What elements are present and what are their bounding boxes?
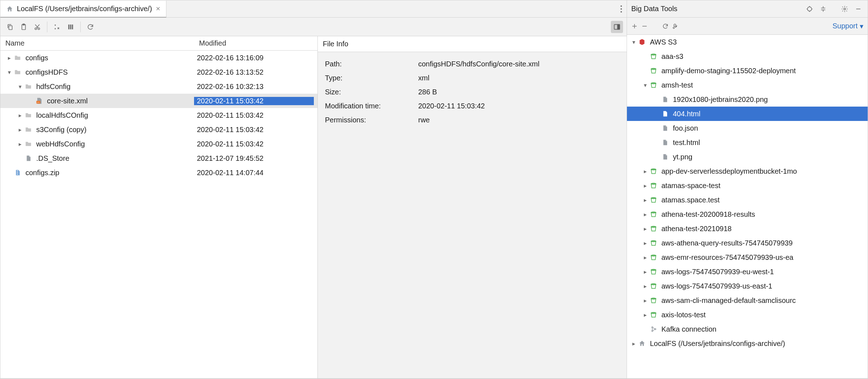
expand-arrow-icon[interactable]: ▸ — [641, 254, 649, 261]
tree-row-modified: 2020-02-11 14:07:44 — [194, 169, 314, 177]
expand-arrow-icon[interactable]: ▸ — [641, 312, 649, 318]
connections-tree[interactable]: ▾AWS S3▸aaa-s3▸amplify-demo-staging-1155… — [627, 35, 868, 378]
connection-row-label: test.html — [673, 139, 700, 147]
expand-arrow-icon[interactable]: ▸ — [641, 182, 649, 189]
tree-row[interactable]: ▸localHdfsCOnfig2020-02-11 15:03:42 — [0, 108, 317, 122]
connection-row-label: athena-test-20200918-results — [661, 210, 755, 219]
refresh-icon[interactable] — [662, 23, 669, 29]
expand-arrow-icon[interactable]: ▸ — [16, 112, 24, 119]
columns-icon[interactable] — [65, 21, 77, 33]
expand-arrow-icon[interactable]: ▸ — [641, 268, 649, 275]
expand-arrow-icon[interactable]: ▸ — [641, 297, 649, 304]
tree-header: Name Modified — [0, 36, 317, 51]
connection-row[interactable]: ▸athena-test-20210918 — [627, 221, 868, 236]
connection-row[interactable]: ▸1920x1080-jetbrains2020.png — [627, 92, 868, 107]
support-label: Support — [832, 22, 858, 30]
connection-row-label: AWS S3 — [650, 38, 677, 46]
connection-row[interactable]: ▸aws-logs-754745079939-us-east-1 — [627, 279, 868, 293]
bucket-icon — [649, 239, 658, 247]
connection-row-label: foo.json — [673, 124, 698, 132]
expand-arrow-icon[interactable]: ▾ — [630, 39, 638, 46]
gear-icon[interactable] — [840, 4, 850, 14]
tree-row[interactable]: ▸configs2022-02-16 13:16:09 — [0, 51, 317, 65]
expand-arrow-icon[interactable]: ▸ — [641, 211, 649, 218]
left-panel: LocalFS (/Users/jetbrains/configs-archiv… — [0, 0, 627, 379]
connection-row[interactable]: ▸axis-lotos-test — [627, 308, 868, 322]
expand-arrow-icon[interactable]: ▸ — [630, 340, 638, 347]
plus-icon[interactable] — [631, 23, 638, 29]
connection-row[interactable]: ▸aws-logs-754745079939-eu-west-1 — [627, 265, 868, 279]
expand-arrow-icon[interactable]: ▾ — [5, 69, 13, 76]
connection-row[interactable]: ▸aaa-s3 — [627, 49, 868, 64]
kafka-icon — [649, 325, 658, 333]
tree-row[interactable]: ▸webHdfsConfig2020-02-11 15:03:42 — [0, 137, 317, 151]
expand-arrow-icon[interactable]: ▾ — [16, 83, 24, 90]
expand-arrow-icon[interactable]: ▸ — [641, 283, 649, 290]
tree-row[interactable]: ▾hdfsConfig2022-02-16 10:32:13 — [0, 79, 317, 94]
connection-row-label: yt.png — [673, 153, 692, 161]
info-key-mtime: Modification time: — [325, 102, 418, 110]
tree-rows[interactable]: ▸configs2022-02-16 13:16:09▾configsHDFS2… — [0, 51, 317, 378]
cut-icon[interactable] — [31, 21, 43, 33]
sidebar-right-icon[interactable] — [611, 21, 623, 33]
tab-localfs[interactable]: LocalFS (/Users/jetbrains/configs-archiv… — [0, 1, 166, 18]
svg-point-20 — [807, 7, 812, 11]
connection-row[interactable]: ▸foo.json — [627, 121, 868, 135]
connection-row[interactable]: ▸atamas-space-test — [627, 178, 868, 193]
minimize-icon[interactable] — [853, 4, 863, 14]
connection-row[interactable]: ▾AWS S3 — [627, 35, 868, 49]
target-icon[interactable] — [805, 4, 815, 14]
connection-row[interactable]: ▸404.html — [627, 107, 868, 121]
minus-icon[interactable] — [641, 23, 648, 29]
connection-row[interactable]: ▸athena-test-20200918-results — [627, 207, 868, 221]
svg-point-8 — [55, 24, 56, 25]
connection-row[interactable]: ▸yt.png — [627, 150, 868, 164]
bucket-icon — [649, 253, 658, 262]
xml-icon: <> — [35, 97, 43, 105]
connection-row[interactable]: ▾amsh-test — [627, 78, 868, 92]
tree-options-icon[interactable] — [51, 21, 63, 33]
connection-row[interactable]: ▸test.html — [627, 135, 868, 150]
bucket-icon — [649, 296, 658, 305]
tree-row-name: webHdfsConfig — [36, 140, 85, 148]
info-key-type: Type: — [325, 74, 418, 82]
tree-row[interactable]: ▾configsHDFS2022-02-16 13:13:52 — [0, 65, 317, 79]
expand-arrow-icon[interactable]: ▸ — [16, 141, 24, 148]
right-panel: Big Data Tools Support▾ ▾AWS S3▸aaa-s3▸a… — [627, 0, 868, 379]
column-header-modified[interactable]: Modified — [199, 39, 312, 47]
home-icon — [638, 339, 646, 348]
tree-row[interactable]: ▸configs.zip2020-02-11 14:07:44 — [0, 165, 317, 180]
expand-arrow-icon[interactable]: ▸ — [641, 225, 649, 232]
expand-arrow-icon[interactable]: ▸ — [641, 168, 649, 175]
tree-row-modified: 2020-02-11 15:03:42 — [194, 111, 314, 120]
tab-menu-icon[interactable] — [616, 0, 627, 17]
refresh-icon[interactable] — [84, 21, 96, 33]
tree-row[interactable]: ▸<>core-site.xml2020-02-11 15:03:42 — [0, 94, 317, 108]
tree-row[interactable]: ▸s3Config (copy)2020-02-11 15:03:42 — [0, 122, 317, 137]
bucket-icon — [649, 81, 658, 89]
expand-arrow-icon[interactable]: ▸ — [5, 55, 13, 61]
column-header-name[interactable]: Name — [5, 39, 199, 47]
collapse-icon[interactable] — [818, 4, 828, 14]
paste-icon[interactable] — [18, 21, 30, 33]
wrench-icon[interactable] — [672, 23, 679, 29]
connection-row[interactable]: ▸amplify-demo-staging-115502-deployment — [627, 64, 868, 78]
connection-row[interactable]: ▸atamas.space.test — [627, 193, 868, 207]
connection-row[interactable]: ▸aws-emr-resources-754745079939-us-ea — [627, 250, 868, 265]
tree-row-name: configsHDFS — [25, 68, 68, 76]
connection-row[interactable]: ▸aws-sam-cli-managed-default-samclisourc — [627, 293, 868, 308]
connection-row[interactable]: ▸Kafka connection — [627, 322, 868, 336]
copy-icon[interactable] — [4, 21, 16, 33]
expand-arrow-icon[interactable]: ▸ — [641, 197, 649, 203]
tree-row-name: .DS_Store — [36, 154, 69, 163]
close-icon[interactable]: ✕ — [156, 5, 160, 12]
support-link[interactable]: Support▾ — [832, 22, 863, 31]
tree-row[interactable]: ▸.DS_Store2021-12-07 19:45:52 — [0, 151, 317, 165]
connection-row[interactable]: ▸LocalFS (/Users/jetbrains/configs-archi… — [627, 336, 868, 351]
folder-icon — [24, 125, 33, 134]
expand-arrow-icon[interactable]: ▾ — [641, 82, 649, 89]
connection-row[interactable]: ▸aws-athena-query-results-754745079939 — [627, 236, 868, 250]
expand-arrow-icon[interactable]: ▸ — [16, 126, 24, 133]
expand-arrow-icon[interactable]: ▸ — [641, 240, 649, 247]
connection-row[interactable]: ▸app-dev-serverlessdeploymentbucket-1mo — [627, 164, 868, 178]
